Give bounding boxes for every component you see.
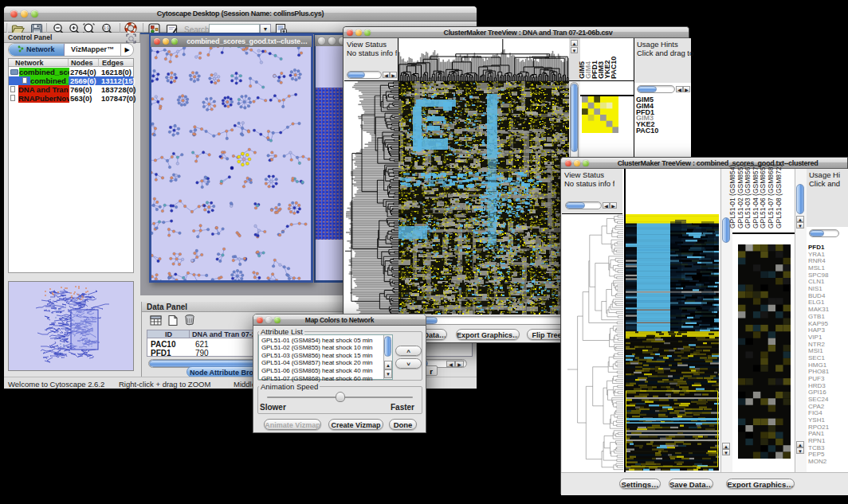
svg-text:1:1: 1:1 (104, 25, 109, 30)
